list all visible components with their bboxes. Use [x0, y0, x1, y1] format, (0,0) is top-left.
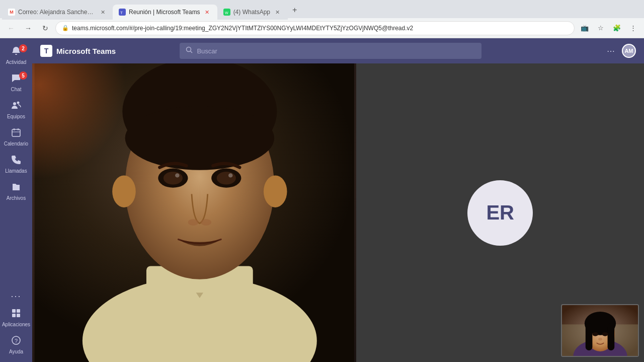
teams-logo-icon: T	[40, 45, 52, 57]
archivos-label: Archivos	[7, 195, 26, 201]
more-options-button[interactable]: ⋯	[604, 44, 618, 58]
sidebar: 2 Actividad 5 Chat Equipos	[0, 38, 32, 362]
teams-search	[180, 43, 481, 59]
svg-point-32	[228, 173, 232, 177]
teams-search-bar	[180, 43, 481, 59]
actividad-badge: 2	[19, 44, 27, 52]
sidebar-item-chat[interactable]: 5 Chat	[2, 69, 30, 96]
ayuda-label: Ayuda	[9, 349, 23, 354]
svg-point-45	[592, 332, 598, 336]
teams-logo: T Microsoft Teams	[40, 45, 116, 57]
tab-teams[interactable]: T Reunión | Microsoft Teams ✕	[113, 5, 217, 20]
teams-app: T Microsoft Teams ⋯ AM	[32, 38, 644, 362]
svg-rect-43	[586, 323, 593, 350]
tab-teams-label: Reunión | Microsoft Teams	[129, 9, 200, 16]
tab-gmail[interactable]: M Correo: Alejandra Sanchez Medi... ✕	[2, 5, 113, 20]
app-container: 2 Actividad 5 Chat Equipos	[0, 38, 644, 362]
gmail-favicon: M	[8, 9, 15, 16]
url-text: teams.microsoft.com/#/pre-join-calling/1…	[72, 25, 568, 32]
person-silhouette	[32, 63, 356, 362]
svg-rect-10	[12, 309, 16, 313]
sidebar-item-aplicaciones[interactable]: Aplicaciones	[2, 305, 30, 331]
svg-rect-13	[17, 314, 20, 317]
archivos-icon	[11, 182, 21, 194]
user-avatar[interactable]: AM	[622, 44, 636, 58]
llamadas-label: Llamadas	[5, 168, 27, 174]
sidebar-more-button[interactable]: ...	[7, 285, 25, 304]
svg-point-5	[17, 102, 20, 104]
sidebar-item-archivos[interactable]: Archivos	[2, 178, 30, 204]
calendario-label: Calendario	[4, 141, 28, 147]
svg-point-16	[187, 47, 191, 52]
main-video-content	[32, 63, 356, 362]
calendario-icon	[11, 127, 21, 140]
back-button[interactable]: ←	[4, 21, 18, 35]
tab-gmail-label: Correo: Alejandra Sanchez Medi...	[18, 9, 96, 16]
chat-label: Chat	[11, 87, 21, 92]
equipos-label: Equipos	[7, 114, 25, 119]
extensions-button[interactable]: 🧩	[610, 21, 624, 35]
self-video-content	[562, 304, 638, 357]
sidebar-item-actividad[interactable]: 2 Actividad	[2, 42, 30, 68]
search-icon	[186, 46, 193, 55]
bookmark-button[interactable]: ☆	[594, 21, 608, 35]
tab-gmail-close[interactable]: ✕	[99, 8, 107, 16]
main-video-tile	[32, 63, 356, 362]
meeting-area: ER	[32, 63, 644, 362]
svg-point-30	[217, 172, 236, 184]
svg-text:T: T	[120, 11, 123, 15]
self-view-content	[562, 305, 638, 356]
tab-whatsapp[interactable]: W (4) WhatsApp ✕	[217, 5, 288, 20]
participant-er-initials: ER	[486, 201, 514, 224]
equipos-icon	[11, 100, 21, 113]
tab-bar: M Correo: Alejandra Sanchez Medi... ✕ T …	[0, 0, 644, 18]
chat-badge: 5	[19, 71, 27, 80]
teams-favicon: T	[119, 9, 126, 16]
refresh-button[interactable]: ↻	[38, 21, 52, 35]
svg-point-31	[175, 173, 179, 177]
svg-point-33	[188, 219, 199, 226]
svg-point-47	[598, 338, 602, 341]
tab-teams-close[interactable]: ✕	[203, 8, 211, 16]
svg-point-4	[13, 102, 16, 105]
teams-header-actions: ⋯ AM	[604, 44, 636, 58]
svg-rect-12	[12, 314, 16, 317]
browser-chrome: M Correo: Alejandra Sanchez Medi... ✕ T …	[0, 0, 644, 38]
aplicaciones-label: Aplicaciones	[2, 322, 30, 327]
browser-menu-button[interactable]: ⋮	[626, 21, 640, 35]
aplicaciones-icon	[11, 308, 21, 321]
teams-logo-text: Microsoft Teams	[56, 47, 116, 55]
screencast-button[interactable]: 📺	[578, 21, 592, 35]
secondary-video-tile: ER	[356, 63, 644, 362]
svg-point-29	[164, 172, 183, 184]
forward-button[interactable]: →	[21, 21, 35, 35]
sidebar-item-equipos[interactable]: Equipos	[2, 97, 30, 123]
tab-whatsapp-label: (4) WhatsApp	[233, 9, 271, 16]
ayuda-icon: ?	[11, 335, 21, 348]
svg-rect-6	[12, 129, 20, 136]
self-view	[561, 304, 639, 357]
llamadas-icon	[11, 155, 21, 167]
svg-rect-11	[17, 309, 20, 313]
new-tab-button[interactable]: +	[288, 3, 302, 17]
svg-line-17	[191, 51, 193, 53]
svg-point-36	[264, 175, 287, 207]
teams-header: T Microsoft Teams ⋯ AM	[32, 38, 644, 63]
search-input[interactable]	[197, 47, 475, 55]
sidebar-item-calendario[interactable]: Calendario	[2, 124, 30, 150]
svg-text:W: W	[225, 11, 228, 15]
svg-point-46	[602, 332, 608, 336]
url-bar[interactable]: 🔒 teams.microsoft.com/#/pre-join-calling…	[55, 21, 575, 35]
address-bar: ← → ↻ 🔒 teams.microsoft.com/#/pre-join-c…	[0, 18, 644, 38]
whatsapp-favicon: W	[223, 9, 230, 16]
svg-point-35	[112, 175, 136, 207]
svg-text:?: ?	[15, 338, 18, 344]
lock-icon: 🔒	[62, 25, 69, 31]
sidebar-item-llamadas[interactable]: Llamadas	[2, 151, 30, 177]
svg-rect-44	[608, 323, 615, 350]
sidebar-item-ayuda[interactable]: ? Ayuda	[2, 332, 30, 358]
tab-whatsapp-close[interactable]: ✕	[274, 8, 282, 16]
browser-actions: 📺 ☆ 🧩 ⋮	[578, 21, 640, 35]
svg-point-26	[125, 106, 275, 170]
actividad-label: Actividad	[6, 59, 27, 65]
